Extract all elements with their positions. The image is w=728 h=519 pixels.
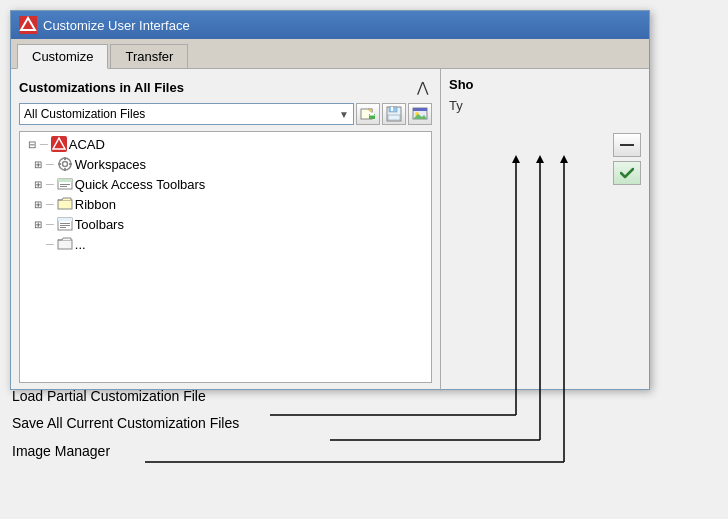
- load-partial-customization-button[interactable]: [356, 103, 380, 125]
- panel-header: Customizations in All Files ⋀: [19, 77, 432, 97]
- tab-customize[interactable]: Customize: [17, 44, 108, 69]
- tree-item-quick-access-toolbars[interactable]: ⊞ ─ Quick Access Toolbars: [22, 174, 429, 194]
- main-content: Customizations in All Files ⋀ All Custom…: [11, 69, 649, 391]
- svg-rect-20: [64, 168, 66, 171]
- customization-files-dropdown[interactable]: All Customization Files ▼: [19, 103, 354, 125]
- toolbar-row: All Customization Files ▼: [19, 103, 432, 125]
- svg-rect-22: [69, 163, 72, 165]
- tree-label-ribbon: Ribbon: [75, 197, 116, 212]
- left-panel: Customizations in All Files ⋀ All Custom…: [11, 69, 441, 391]
- title-bar: Customize User Interface: [11, 11, 649, 39]
- toolbars-icon: [57, 216, 73, 232]
- tree-item-ribbon[interactable]: ⊞ ─ Ribbon: [22, 194, 429, 214]
- tree-item-more[interactable]: ─ ...: [22, 234, 429, 254]
- expand-toolbars-icon[interactable]: ⊞: [30, 216, 46, 232]
- quick-access-toolbar-icon: [57, 176, 73, 192]
- save-icon: [386, 106, 402, 122]
- expand-workspaces-icon[interactable]: ⊞: [30, 156, 46, 172]
- right-panel: Sho Ty: [441, 69, 649, 391]
- tree-label-toolbars: Toolbars: [75, 217, 124, 232]
- tree-label-workspaces: Workspaces: [75, 157, 146, 172]
- right-actions: [613, 133, 641, 185]
- tree-label-acad: ACAD: [69, 137, 105, 152]
- svg-rect-19: [64, 157, 66, 160]
- check-icon: [620, 167, 634, 179]
- svg-point-18: [62, 162, 67, 167]
- svg-rect-9: [391, 107, 393, 111]
- autocad-logo-icon: [19, 16, 37, 34]
- expand-ribbon-icon[interactable]: ⊞: [30, 196, 46, 212]
- expand-quick-access-icon[interactable]: ⊞: [30, 176, 46, 192]
- svg-rect-34: [620, 144, 634, 146]
- acad-folder-icon: [51, 136, 67, 152]
- svg-rect-12: [413, 108, 427, 111]
- load-file-icon: [360, 106, 376, 122]
- expand-more-icon: [30, 236, 46, 252]
- image-manager-icon: [412, 106, 428, 122]
- svg-rect-33: [58, 240, 72, 249]
- svg-rect-30: [60, 223, 70, 224]
- workspaces-gear-icon: [57, 156, 73, 172]
- tree-item-acad[interactable]: ⊟ ─ ACAD: [22, 134, 429, 154]
- svg-rect-24: [58, 179, 72, 182]
- annotation-load-text: Load Partial Customization File: [12, 388, 206, 404]
- expand-acad-icon[interactable]: ⊟: [24, 136, 40, 152]
- minus-icon: [620, 143, 634, 147]
- collapse-button[interactable]: ⋀: [412, 77, 432, 97]
- svg-rect-29: [58, 218, 72, 221]
- ribbon-folder-icon: [57, 196, 73, 212]
- customize-ui-dialog: Customize User Interface Customize Trans…: [10, 10, 650, 390]
- right-panel-title: Sho: [449, 77, 474, 92]
- svg-rect-21: [58, 163, 61, 165]
- dialog-title: Customize User Interface: [43, 18, 190, 33]
- tab-bar: Customize Transfer: [11, 39, 649, 69]
- tree-label-quick-access: Quick Access Toolbars: [75, 177, 206, 192]
- confirm-button[interactable]: [613, 161, 641, 185]
- annotation-image-text: Image Manager: [12, 443, 110, 459]
- svg-rect-25: [60, 184, 70, 185]
- tree-item-toolbars[interactable]: ⊞ ─ Toolbars: [22, 214, 429, 234]
- tree-view[interactable]: ⊟ ─ ACAD ⊞ ─: [19, 131, 432, 383]
- svg-rect-31: [60, 225, 70, 226]
- more-icon: [57, 236, 73, 252]
- annotation-save-text: Save All Current Customization Files: [12, 415, 239, 431]
- tree-label-more: ...: [75, 237, 86, 252]
- save-all-customization-button[interactable]: [382, 103, 406, 125]
- tab-transfer[interactable]: Transfer: [110, 44, 188, 69]
- svg-rect-26: [60, 186, 67, 187]
- svg-rect-10: [388, 115, 400, 120]
- remove-button[interactable]: [613, 133, 641, 157]
- dropdown-value: All Customization Files: [24, 107, 145, 121]
- right-panel-subtitle: Ty: [449, 98, 463, 113]
- panel-title: Customizations in All Files: [19, 80, 184, 95]
- dropdown-arrow-icon: ▼: [339, 109, 349, 120]
- svg-rect-32: [60, 227, 66, 228]
- svg-rect-27: [58, 200, 72, 209]
- image-manager-button[interactable]: [408, 103, 432, 125]
- tree-item-workspaces[interactable]: ⊞ ─ Workspaces: [22, 154, 429, 174]
